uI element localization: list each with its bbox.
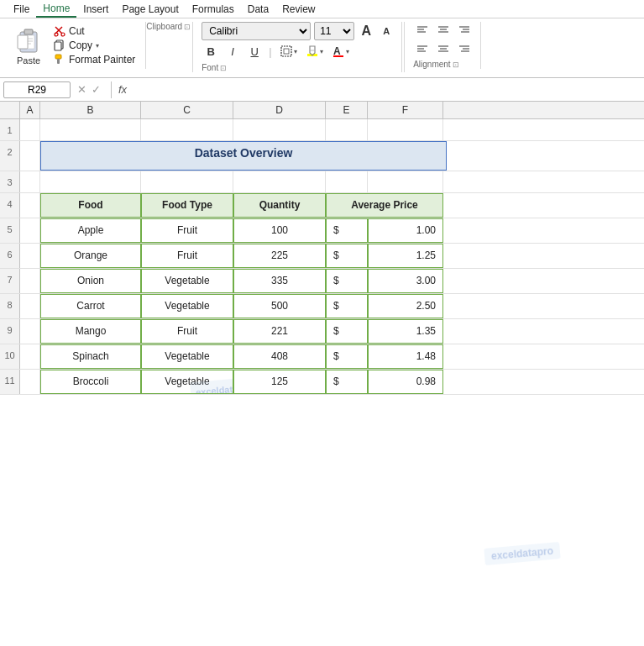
- cell-c6[interactable]: Fruit: [141, 244, 233, 268]
- underline-button[interactable]: U: [245, 42, 264, 60]
- cell-a4[interactable]: [20, 193, 40, 218]
- copy-button[interactable]: Copy ▾: [50, 39, 139, 52]
- cell-d8[interactable]: 500: [233, 294, 326, 318]
- cell-d4-header[interactable]: Quantity: [233, 193, 326, 218]
- border-dropdown-arrow[interactable]: ▾: [294, 48, 297, 55]
- paste-button[interactable]: Paste: [10, 22, 47, 69]
- cell-a6[interactable]: [20, 244, 40, 268]
- align-left-button[interactable]: [413, 40, 432, 57]
- cell-e5[interactable]: $: [326, 218, 368, 243]
- cell-f6[interactable]: 1.25: [368, 244, 443, 268]
- font-family-select[interactable]: Calibri Arial Times New Roman: [202, 22, 311, 40]
- cell-f7[interactable]: 3.00: [368, 269, 443, 293]
- menu-page-layout[interactable]: Page Layout: [115, 2, 185, 17]
- cell-b2-title[interactable]: Dataset Overview: [40, 141, 447, 171]
- cell-e9[interactable]: $: [326, 319, 368, 344]
- menu-insert[interactable]: Insert: [76, 2, 115, 17]
- align-right-button[interactable]: [455, 40, 474, 57]
- col-header-b[interactable]: B: [40, 102, 141, 118]
- cell-b4-header[interactable]: Food: [40, 193, 141, 218]
- cell-f10[interactable]: 1.48: [368, 344, 443, 369]
- menu-file[interactable]: File: [7, 2, 36, 17]
- cell-e11[interactable]: $: [326, 370, 368, 394]
- cell-f11[interactable]: 0.98: [368, 370, 443, 394]
- cell-b5[interactable]: Apple: [40, 218, 141, 243]
- cell-a3[interactable]: [20, 171, 40, 193]
- cell-c3[interactable]: [141, 171, 233, 193]
- col-header-e[interactable]: E: [326, 102, 368, 118]
- cell-d9[interactable]: 221: [233, 319, 326, 344]
- cell-b11[interactable]: Broccoli: [40, 370, 141, 394]
- cell-b6[interactable]: Orange: [40, 244, 141, 268]
- cell-a1[interactable]: [20, 119, 40, 141]
- cut-button[interactable]: Cut: [50, 24, 139, 38]
- bold-button[interactable]: B: [202, 42, 220, 60]
- cell-b7[interactable]: Onion: [40, 269, 141, 293]
- cell-e3[interactable]: [326, 171, 368, 193]
- align-center-button[interactable]: [434, 40, 453, 57]
- cell-e6[interactable]: $: [326, 244, 368, 268]
- cell-f8[interactable]: 2.50: [368, 294, 443, 318]
- cell-b3[interactable]: [40, 171, 141, 193]
- cell-c8[interactable]: Vegetable: [141, 294, 233, 318]
- cell-f3[interactable]: [368, 171, 443, 193]
- align-top-right-button[interactable]: [455, 22, 474, 39]
- cell-c1[interactable]: [141, 119, 233, 141]
- font-color-dropdown-arrow[interactable]: ▾: [346, 48, 349, 55]
- cell-a10[interactable]: [20, 344, 40, 369]
- align-top-left-button[interactable]: [413, 22, 432, 39]
- align-top-center-button[interactable]: [434, 22, 453, 39]
- cell-d6[interactable]: 225: [233, 244, 326, 268]
- cell-reference-input[interactable]: [3, 81, 71, 98]
- cell-d1[interactable]: [233, 119, 326, 141]
- cell-f5[interactable]: 1.00: [368, 218, 443, 243]
- col-header-f[interactable]: F: [368, 102, 443, 118]
- cell-c9[interactable]: Fruit: [141, 319, 233, 344]
- cell-d5[interactable]: 100: [233, 218, 326, 243]
- cell-f9[interactable]: 1.35: [368, 319, 443, 344]
- increase-font-size-button[interactable]: A: [358, 23, 374, 39]
- formula-input[interactable]: [134, 81, 641, 97]
- menu-review[interactable]: Review: [275, 2, 322, 17]
- cell-e10[interactable]: $: [326, 344, 368, 369]
- cell-e4-header[interactable]: Average Price: [326, 193, 443, 218]
- cell-c11[interactable]: Vegetable exceldatapro: [141, 370, 233, 394]
- font-size-select[interactable]: 11 10 12 14: [314, 22, 354, 40]
- menu-formulas[interactable]: Formulas: [186, 2, 241, 17]
- formula-x-icon[interactable]: ✕: [77, 83, 86, 96]
- cell-b8[interactable]: Carrot: [40, 294, 141, 318]
- cell-f1[interactable]: [368, 119, 443, 141]
- col-header-c[interactable]: C: [141, 102, 233, 118]
- copy-dropdown-arrow[interactable]: ▾: [96, 42, 99, 50]
- cell-d3[interactable]: [233, 171, 326, 193]
- cell-b1[interactable]: [40, 119, 141, 141]
- border-button[interactable]: ▾: [277, 44, 300, 59]
- cell-d10[interactable]: 408: [233, 344, 326, 369]
- alignment-expand-icon[interactable]: ⊡: [453, 60, 459, 69]
- cell-e7[interactable]: $: [326, 269, 368, 293]
- font-color-button[interactable]: A ▾: [329, 44, 352, 59]
- cell-a7[interactable]: [20, 269, 40, 293]
- cell-e1[interactable]: [326, 119, 368, 141]
- cell-e8[interactable]: $: [326, 294, 368, 318]
- cell-d7[interactable]: 335: [233, 269, 326, 293]
- col-header-a[interactable]: A: [20, 102, 40, 118]
- cell-a2[interactable]: [20, 141, 40, 171]
- clipboard-expand-icon[interactable]: ⊡: [184, 23, 191, 31]
- cell-a5[interactable]: [20, 218, 40, 243]
- decrease-font-size-button[interactable]: A: [378, 23, 395, 39]
- italic-button[interactable]: I: [223, 42, 242, 60]
- cell-c5[interactable]: Fruit: [141, 218, 233, 243]
- col-header-d[interactable]: D: [233, 102, 326, 118]
- menu-data[interactable]: Data: [241, 2, 275, 17]
- format-painter-button[interactable]: Format Painter: [50, 53, 139, 66]
- cell-a8[interactable]: [20, 294, 40, 318]
- cell-c10[interactable]: Vegetable: [141, 344, 233, 369]
- cell-a11[interactable]: [20, 370, 40, 394]
- formula-check-icon[interactable]: ✓: [92, 83, 101, 96]
- cell-c4-header[interactable]: Food Type: [141, 193, 233, 218]
- font-expand-icon[interactable]: ⊡: [220, 64, 227, 72]
- cell-b10[interactable]: Spinach: [40, 344, 141, 369]
- menu-home[interactable]: Home: [36, 1, 76, 18]
- highlight-dropdown-arrow[interactable]: ▾: [320, 48, 323, 55]
